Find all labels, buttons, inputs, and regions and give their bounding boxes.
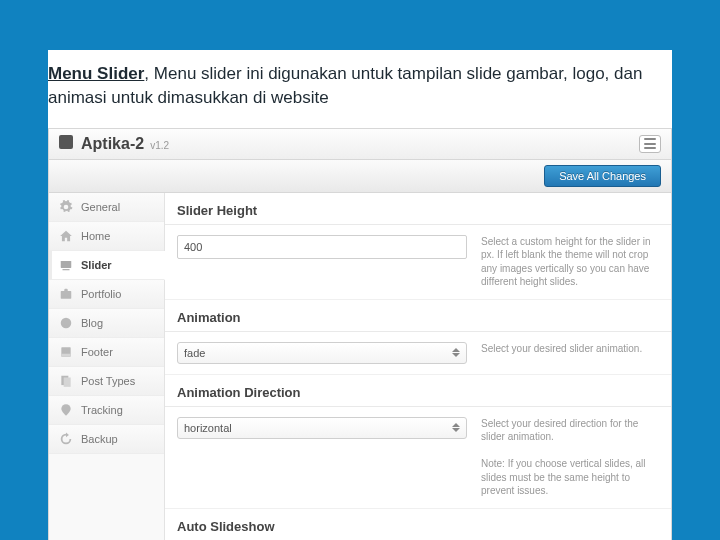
slider-height-help: Select a custom height for the slider in… xyxy=(481,235,659,289)
svg-rect-5 xyxy=(61,353,70,356)
sidebar-item-general[interactable]: General xyxy=(49,193,164,222)
select-stepper-icon xyxy=(452,423,460,432)
save-all-button[interactable]: Save All Changes xyxy=(544,165,661,187)
section-title-animation: Animation xyxy=(165,300,671,332)
brand-logo-icon xyxy=(59,135,73,149)
select-stepper-icon xyxy=(452,348,460,357)
gear-icon xyxy=(59,200,73,214)
svg-rect-2 xyxy=(61,291,72,299)
sidebar-item-home[interactable]: Home xyxy=(49,222,164,251)
svg-rect-7 xyxy=(64,377,71,386)
brand: Aptika-2 v1.2 xyxy=(59,135,169,153)
slider-height-input[interactable] xyxy=(177,235,467,259)
section-title-auto-slideshow: Auto Slideshow xyxy=(165,509,671,540)
home-icon xyxy=(59,229,73,243)
brand-version: v1.2 xyxy=(150,140,169,151)
sliders-icon[interactable] xyxy=(639,135,661,153)
main-content: Slider Height Select a custom height for… xyxy=(165,193,671,540)
brand-name: Aptika-2 xyxy=(81,135,144,153)
sidebar-item-label: Post Types xyxy=(81,375,135,387)
animation-direction-select-value: horizontal xyxy=(184,422,232,434)
sidebar: General Home Slider Portfolio Blog xyxy=(49,193,165,540)
sidebar-item-tracking[interactable]: Tracking xyxy=(49,396,164,425)
sidebar-item-label: Footer xyxy=(81,346,113,358)
sidebar-item-label: General xyxy=(81,201,120,213)
sidebar-item-blog[interactable]: Blog xyxy=(49,309,164,338)
animation-direction-note: Note: If you choose vertical slides, all… xyxy=(481,458,646,496)
sidebar-item-portfolio[interactable]: Portfolio xyxy=(49,280,164,309)
sidebar-item-label: Portfolio xyxy=(81,288,121,300)
sidebar-item-label: Tracking xyxy=(81,404,123,416)
sidebar-item-label: Home xyxy=(81,230,110,242)
panel-header: Aptika-2 v1.2 xyxy=(49,129,671,160)
animation-select-value: fade xyxy=(184,347,205,359)
caption-bold: Menu Slider xyxy=(48,64,144,83)
sidebar-item-footer[interactable]: Footer xyxy=(49,338,164,367)
svg-rect-1 xyxy=(63,269,70,270)
sidebar-item-post-types[interactable]: Post Types xyxy=(49,367,164,396)
animation-direction-select[interactable]: horizontal xyxy=(177,417,467,439)
slide-caption: Menu Slider, Menu slider ini digunakan u… xyxy=(48,50,672,128)
blog-icon xyxy=(59,316,73,330)
sidebar-item-label: Slider xyxy=(81,259,112,271)
section-title-animation-direction: Animation Direction xyxy=(165,375,671,407)
footer-icon xyxy=(59,345,73,359)
theme-options-panel: Aptika-2 v1.2 Save All Changes General H… xyxy=(48,128,672,540)
sidebar-item-label: Blog xyxy=(81,317,103,329)
animation-help: Select your desired slider animation. xyxy=(481,342,659,356)
slider-icon xyxy=(59,258,73,272)
svg-point-3 xyxy=(61,317,72,328)
sidebar-item-slider[interactable]: Slider xyxy=(49,251,165,280)
svg-rect-0 xyxy=(61,261,72,268)
save-row: Save All Changes xyxy=(49,160,671,193)
post-types-icon xyxy=(59,374,73,388)
section-title-slider-height: Slider Height xyxy=(165,193,671,225)
animation-select[interactable]: fade xyxy=(177,342,467,364)
backup-icon xyxy=(59,432,73,446)
tracking-icon xyxy=(59,403,73,417)
sidebar-item-label: Backup xyxy=(81,433,118,445)
sidebar-item-backup[interactable]: Backup xyxy=(49,425,164,454)
portfolio-icon xyxy=(59,287,73,301)
animation-direction-help: Select your desired direction for the sl… xyxy=(481,417,659,498)
